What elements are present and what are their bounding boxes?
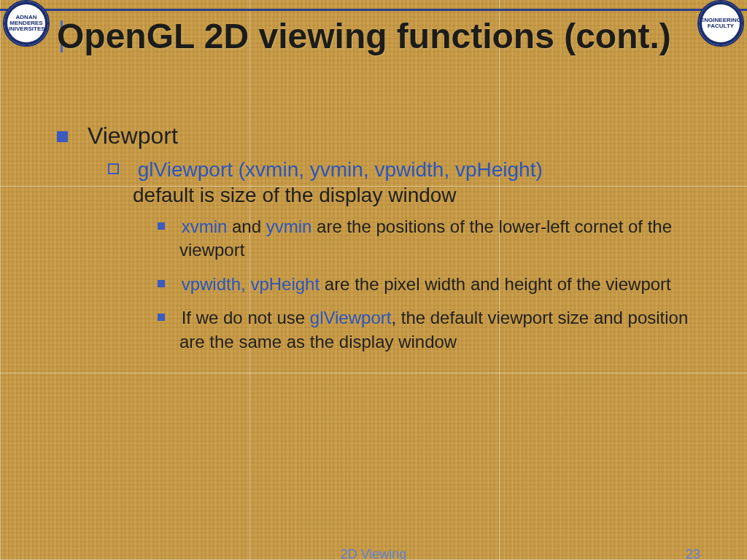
faculty-logo-right: ENGINEERING FACULTY: [697, 0, 744, 47]
code-glviewport: glViewport (xvmin, yvmin, vpwidth, vpHei…: [138, 158, 543, 181]
t-pixelwh: are the pixel width and height of the vi…: [320, 274, 671, 294]
footer-title: 2D Viewing: [0, 547, 747, 560]
kw-yvmin: yvmin: [266, 217, 312, 236]
bullet-viewport: Viewport glViewport (xvmin, yvmin, vpwid…: [82, 122, 718, 354]
bullet-l1-text: Viewport: [88, 122, 178, 149]
kw-xvmin: xvmin: [182, 217, 228, 236]
page-number: 23: [686, 547, 700, 560]
t-ifwe: If we do not use: [182, 308, 310, 327]
slide-body: Viewport glViewport (xvmin, yvmin, vpwid…: [57, 122, 718, 364]
slide-title: OpenGL 2D viewing functions (cont.): [57, 16, 690, 56]
t-and: and: [227, 217, 266, 236]
bullet-glviewport: glViewport (xvmin, yvmin, vpwidth, vpHei…: [133, 157, 718, 354]
logo-text-right: ENGINEERING FACULTY: [699, 18, 743, 29]
text-default: default is size of the display window: [133, 184, 457, 206]
bullet-default: If we do not use glViewport, the default…: [179, 306, 718, 354]
kw-glviewport2: glViewport: [310, 308, 392, 327]
slide: ADNAN MENDERES UNIVERSITESI ENGINEERING …: [0, 0, 747, 560]
bullet-vpwidth: vpwidth, vpHeight are the pixel width an…: [179, 273, 718, 296]
kw-vpwidth: vpwidth, vpHeight: [182, 274, 320, 294]
university-logo-left: ADNAN MENDERES UNIVERSITESI: [3, 0, 50, 47]
logo-text-left: ADNAN MENDERES UNIVERSITESI: [4, 15, 48, 32]
top-divider: [0, 9, 747, 11]
bullet-xvmin: xvmin and yvmin are the positions of the…: [179, 215, 718, 262]
